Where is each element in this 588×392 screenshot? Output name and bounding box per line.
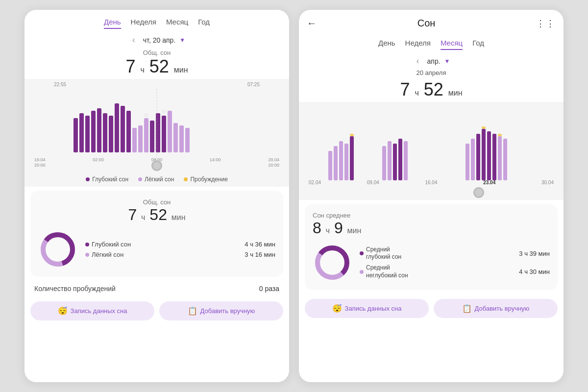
tab-year-2[interactable]: Год	[472, 39, 484, 50]
tab-week-2[interactable]: Неделя	[405, 39, 431, 50]
det-minutes: 52	[149, 206, 167, 223]
timeline-thumb-month[interactable]	[473, 187, 484, 198]
tab-day-2[interactable]: День	[378, 39, 395, 50]
sleep-h-unit-day: ч	[140, 66, 144, 74]
svg-rect-12	[144, 118, 148, 152]
svg-rect-9	[126, 111, 131, 152]
breakdown-light-text: Лёгкий сон	[92, 251, 123, 258]
svg-rect-11	[138, 125, 143, 152]
record-icon-day: 😴	[58, 306, 68, 316]
avg-breakdown-light: Среднийнеглубокий сон 4 ч 30 мин	[360, 264, 550, 279]
sleep-m-unit-month: мин	[448, 89, 463, 97]
svg-rect-26	[328, 151, 332, 180]
record-sleep-btn-month[interactable]: 😴 Запись данных сна	[305, 299, 429, 318]
detail-content-month: Среднийглубокий сон 3 ч 39 мин Среднийне…	[313, 243, 550, 282]
screen-day: День Неделя Месяц Год ‹ чт, 20 апр. ▼ Об…	[24, 10, 289, 382]
svg-rect-3	[91, 111, 96, 152]
legend-day: Глубокий сон Лёгкий сон Пробуждение	[24, 172, 289, 187]
svg-rect-27	[334, 146, 338, 180]
back-button[interactable]: ←	[307, 18, 317, 29]
time-2: 02:00	[93, 157, 104, 168]
m-label-1: 02.04	[309, 180, 321, 185]
avg-detail-card: Сон среднее 8 ч 9 мин	[305, 204, 558, 290]
awakenings-label: Количество пробуждений	[34, 285, 116, 293]
svg-rect-40	[482, 129, 486, 180]
legend-wake-label: Пробуждение	[190, 176, 227, 183]
svg-rect-7	[115, 103, 119, 152]
det-hours: 7	[128, 206, 137, 223]
tab-month-1[interactable]: Месяц	[166, 18, 188, 29]
awakenings-row: Количество пробуждений 0 раза	[24, 281, 289, 296]
svg-rect-15	[162, 116, 166, 152]
avg-h-unit: ч	[326, 226, 330, 235]
screen-month: ← Сон ⋮⋮ День Неделя Месяц Год ‹ апр. ▼ …	[299, 10, 564, 382]
breakdown-deep: Глубокий сон 4 ч 36 мин	[85, 241, 275, 248]
svg-rect-10	[132, 128, 137, 152]
month-dropdown-arrow[interactable]: ▼	[444, 58, 450, 65]
date-nav-day: ‹ чт, 20 апр. ▼	[24, 33, 289, 47]
record-label-day: Запись данных сна	[71, 307, 127, 315]
sleep-m-unit-day: мин	[174, 66, 188, 74]
svg-rect-44	[503, 139, 507, 180]
sleep-summary-month: 7 ч 52 мин	[299, 77, 564, 102]
legend-light-label: Лёгкий сон	[145, 176, 174, 183]
avg-breakdown-light-label: Среднийнеглубокий сон	[360, 264, 408, 279]
legend-deep: Глубокий сон	[86, 176, 128, 183]
legend-light: Лёгкий сон	[138, 176, 174, 183]
breakdown-deep-text: Глубокий сон	[92, 241, 131, 248]
detail-content-day: Глубокий сон 4 ч 36 мин Лёгкий сон 3 ч 1…	[38, 230, 275, 269]
add-manual-btn-month[interactable]: 📋 Добавить вручную	[434, 299, 558, 318]
breakdown-deep-dot	[85, 243, 89, 246]
sleep-label-day: Общ. сон	[24, 49, 289, 56]
prev-month-chevron[interactable]: ‹	[413, 56, 423, 66]
avg-breakdown-light-value: 4 ч 30 мин	[519, 268, 550, 275]
avg-breakdown-light-dot	[360, 270, 364, 274]
svg-rect-33	[388, 141, 392, 180]
svg-rect-38	[471, 139, 475, 180]
svg-rect-31	[350, 134, 354, 136]
svg-rect-34	[393, 144, 397, 180]
tab-bar-month: День Неделя Месяц Год	[299, 31, 564, 54]
tab-week-1[interactable]: Неделя	[131, 18, 156, 29]
tab-year-1[interactable]: Год	[198, 18, 210, 29]
sleep-duration-month: 7 ч 52 мин	[299, 79, 564, 100]
time-1: 19.0420:00	[34, 157, 46, 168]
svg-rect-2	[85, 116, 90, 152]
m-label-5: 30.04	[541, 180, 554, 185]
svg-rect-0	[74, 118, 78, 152]
awakenings-value: 0 раза	[259, 285, 279, 293]
m-label-4: 23.04	[483, 180, 495, 185]
tab-month-2[interactable]: Месяц	[441, 39, 463, 50]
add-icon-month: 📋	[462, 304, 472, 313]
month-label: апр.	[427, 57, 441, 65]
svg-rect-32	[382, 146, 386, 180]
more-button[interactable]: ⋮⋮	[536, 18, 556, 29]
svg-rect-46	[498, 134, 502, 136]
prev-chevron[interactable]: ‹	[128, 35, 139, 45]
sleep-summary-day: Общ. сон 7 ч 52 мин	[24, 47, 289, 79]
donut-svg-month	[313, 243, 352, 282]
day-bar-chart	[24, 89, 289, 160]
tab-day-1[interactable]: День	[104, 18, 121, 29]
selected-date: 20 апреля	[299, 68, 564, 77]
sleep-minutes-month: 52	[424, 79, 443, 99]
screen2-title: Сон	[417, 18, 436, 29]
breakdown-deep-value: 4 ч 36 мин	[245, 241, 275, 248]
date-label-day: чт, 20 апр.	[143, 36, 175, 44]
svg-rect-6	[109, 116, 113, 152]
sleep-minutes-day: 52	[149, 56, 169, 76]
time-5: 20.0420:00	[268, 157, 279, 168]
tab-bar-day: День Неделя Месяц Год	[24, 10, 289, 33]
avg-hours: 8	[313, 219, 321, 237]
record-sleep-btn-day[interactable]: 😴 Запись данных сна	[30, 301, 154, 320]
svg-rect-8	[121, 106, 125, 152]
legend-deep-label: Глубокий сон	[92, 176, 128, 183]
timeline-thumb[interactable]	[151, 160, 162, 171]
legend-deep-dot	[86, 177, 90, 181]
svg-rect-29	[344, 144, 348, 180]
add-manual-btn-day[interactable]: 📋 Добавить вручную	[159, 301, 283, 320]
date-dropdown-arrow[interactable]: ▼	[179, 37, 185, 44]
det-m-unit: мин	[172, 213, 186, 221]
svg-rect-4	[97, 108, 101, 152]
time-4: 14:00	[210, 157, 221, 168]
